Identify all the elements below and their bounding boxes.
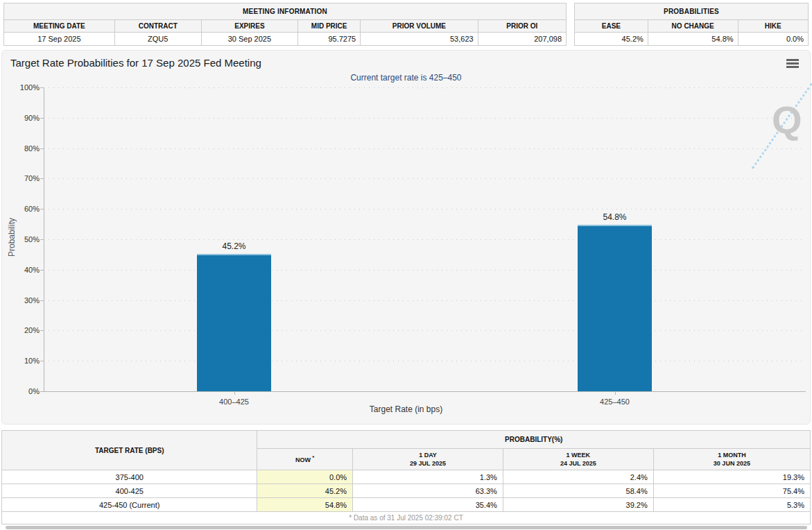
- day-probability-cell: 35.4%: [353, 498, 503, 512]
- quikstrike-watermark: Q: [765, 89, 806, 165]
- value-mid-price: 95.7275: [298, 33, 361, 46]
- y-tick-label: 30%: [9, 296, 40, 305]
- column-header-ease: EASE: [575, 20, 648, 33]
- gridline: [44, 178, 805, 179]
- meeting-information-title: MEETING INFORMATION: [4, 3, 567, 20]
- column-header-hike: HIKE: [738, 20, 808, 33]
- chart-title: Target Rate Probabilities for 17 Sep 202…: [10, 57, 261, 69]
- y-tick-label: 60%: [9, 205, 40, 213]
- meeting-information-value-row: 17 Sep 2025ZQU530 Sep 202595.727553,6232…: [4, 33, 567, 46]
- day-probability-cell: 1.3%: [353, 470, 503, 484]
- value-contract: ZQU5: [114, 33, 201, 46]
- rate-cell: 425-450 (Current): [2, 498, 257, 512]
- subheader-1-month: 1 MONTH30 JUN 2025: [653, 449, 810, 470]
- chart-subtitle: Current target rate is 425–450: [2, 73, 810, 83]
- gridline: [44, 300, 805, 301]
- y-tick-label: 70%: [9, 174, 40, 182]
- probabilities-summary-table: PROBABILITIES EASENO CHANGEHIKE 45.2%54.…: [574, 3, 809, 46]
- y-tick-label: 10%: [9, 357, 40, 365]
- week-probability-cell: 2.4%: [503, 470, 653, 484]
- y-tick-label: 0%: [9, 387, 40, 395]
- probability-group-header: PROBABILITY(%): [257, 431, 811, 449]
- gridline: [44, 361, 805, 361]
- week-probability-cell: 39.2%: [503, 498, 653, 512]
- meeting-information-header-row: MEETING DATECONTRACTEXPIRESMID PRICEPRIO…: [4, 20, 567, 33]
- value-meeting-date: 17 Sep 2025: [4, 33, 115, 46]
- now-probability-cell: 54.8%: [257, 498, 353, 512]
- probabilities-summary-title: PROBABILITIES: [575, 3, 809, 20]
- probability-history-table: TARGET RATE (BPS) PROBABILITY(%) NOW *1 …: [1, 430, 811, 524]
- target-rate-bps-header: TARGET RATE (BPS): [2, 431, 257, 470]
- x-category-label: 400–425: [193, 398, 276, 406]
- month-probability-cell: 5.3%: [653, 498, 810, 512]
- y-tick-label: 80%: [9, 144, 40, 153]
- column-header-no-change: NO CHANGE: [648, 20, 738, 33]
- month-probability-cell: 75.4%: [653, 484, 810, 498]
- day-probability-cell: 63.3%: [353, 484, 503, 498]
- meeting-information-table: MEETING INFORMATION MEETING DATECONTRACT…: [3, 3, 567, 46]
- bar-value-label: 54.8%: [580, 212, 650, 222]
- column-header-meeting-date: MEETING DATE: [4, 20, 115, 33]
- column-header-prior-volume: PRIOR VOLUME: [361, 20, 478, 33]
- gridline: [44, 209, 805, 210]
- y-tick-mark: [40, 391, 44, 392]
- week-probability-cell: 58.4%: [503, 484, 653, 498]
- probability-bar-400-425[interactable]: [197, 254, 271, 391]
- table-row: 375-4000.0%1.3%2.4%19.3%: [2, 470, 811, 484]
- subheader-1-week: 1 WEEK24 JUL 2025: [503, 449, 653, 470]
- y-tick-label: 40%: [9, 266, 40, 274]
- gridline: [44, 118, 805, 119]
- y-tick-label: 90%: [9, 114, 40, 122]
- table-row: 425-450 (Current)54.8%35.4%39.2%5.3%: [2, 498, 811, 512]
- value-prior-oi: 207,098: [478, 33, 566, 46]
- gridline: [44, 239, 805, 240]
- gridline: [44, 87, 805, 88]
- month-probability-cell: 19.3%: [653, 470, 810, 484]
- gridline: [44, 330, 805, 331]
- subheader-now: NOW *: [257, 449, 353, 470]
- probability-bar-425-450[interactable]: [578, 225, 652, 391]
- x-tick-mark: [615, 392, 616, 395]
- gridline: [44, 270, 805, 271]
- y-tick-label: 100%: [9, 83, 40, 92]
- hamburger-menu-icon[interactable]: [786, 59, 799, 68]
- column-header-mid-price: MID PRICE: [298, 20, 361, 33]
- subheader-1-day: 1 DAY29 JUL 2025: [353, 449, 503, 470]
- value-expires: 30 Sep 2025: [201, 33, 297, 46]
- fedwatch-chart-panel: Target Rate Probabilities for 17 Sep 202…: [1, 50, 811, 425]
- column-header-prior-oi: PRIOR OI: [478, 20, 566, 33]
- rate-cell: 400-425: [2, 484, 257, 498]
- y-tick-label: 50%: [9, 235, 40, 243]
- now-probability-cell: 45.2%: [257, 484, 353, 498]
- x-tick-mark: [234, 392, 235, 395]
- value-no-change: 54.8%: [648, 33, 738, 46]
- horizontal-scrollbar[interactable]: [6, 526, 807, 529]
- watermark-q-letter: Q: [772, 97, 802, 142]
- now-probability-cell: 0.0%: [257, 470, 353, 484]
- data-asof-footnote: * Data as of 31 Jul 2025 02:39:02 CT: [2, 512, 811, 524]
- column-header-contract: CONTRACT: [114, 20, 201, 33]
- rate-cell: 375-400: [2, 470, 257, 484]
- x-category-label: 425–450: [573, 398, 657, 406]
- value-prior-volume: 53,623: [361, 33, 478, 46]
- gridline: [44, 148, 805, 149]
- column-header-expires: EXPIRES: [201, 20, 297, 33]
- x-axis-title: Target Rate (in bps): [2, 404, 810, 414]
- table-row: 400-42545.2%63.3%58.4%75.4%: [2, 484, 811, 498]
- value-hike: 0.0%: [738, 33, 808, 46]
- probabilities-summary-value-row: 45.2%54.8%0.0%: [575, 33, 809, 46]
- value-ease: 45.2%: [575, 33, 648, 46]
- y-tick-label: 20%: [9, 326, 40, 334]
- x-axis-line: [44, 391, 806, 392]
- bar-value-label: 45.2%: [200, 241, 269, 251]
- probabilities-summary-header-row: EASENO CHANGEHIKE: [575, 20, 809, 33]
